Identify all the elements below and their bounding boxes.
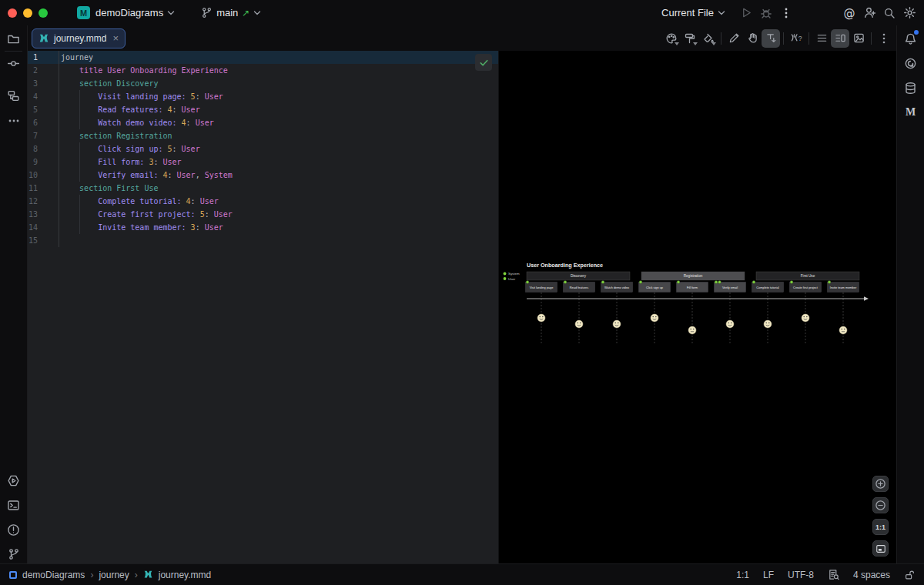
code-line[interactable]: 7 section Registration: [28, 129, 498, 142]
zoom-in-button[interactable]: [872, 476, 889, 492]
zoom-button[interactable]: [38, 8, 48, 18]
vcs-widget[interactable]: main ↗: [201, 7, 261, 18]
project-toolwindow-button[interactable]: [4, 28, 24, 48]
settings-button[interactable]: [899, 3, 919, 23]
editor-tab-journey-mmd[interactable]: journey.mmd ×: [32, 28, 126, 48]
code-line[interactable]: 2 title User Onboarding Experience: [28, 64, 498, 77]
export-button[interactable]: [762, 29, 780, 48]
theme-palette-button[interactable]: [662, 29, 681, 48]
actual-size-label: 1:1: [875, 523, 886, 531]
preview-only-view-button[interactable]: [849, 29, 868, 48]
fill-color-button[interactable]: [699, 29, 718, 48]
section-label: Discovery: [571, 274, 587, 278]
code-text: Watch demo video: 4: User: [59, 116, 498, 129]
run-config-name: Current File: [661, 7, 714, 18]
code-line[interactable]: 15: [28, 234, 498, 247]
breadcrumb-project[interactable]: demoDiagrams: [22, 570, 85, 580]
caret-position-widget[interactable]: 1:1: [736, 570, 749, 580]
code-line[interactable]: 8 Click sign up: 5: User: [28, 142, 498, 155]
task-label: Click sign up: [646, 286, 663, 289]
paint-roller-icon: [684, 32, 696, 45]
encoding-widget[interactable]: UTF-8: [788, 570, 814, 580]
problems-icon: [7, 523, 20, 537]
mermaid-help-button[interactable]: ?: [787, 29, 805, 48]
git-toolwindow-button[interactable]: [4, 544, 24, 564]
code-text: [59, 234, 498, 247]
notifications-button[interactable]: [901, 28, 921, 48]
breadcrumb-folder[interactable]: journey: [99, 570, 129, 580]
project-widget[interactable]: demoDiagrams: [95, 7, 175, 18]
code-analysis-widget[interactable]: [828, 569, 839, 580]
ai-assistant-button[interactable]: @: [839, 3, 859, 23]
line-number: 13: [28, 208, 59, 221]
code-text: Visit landing page: 5: User: [59, 90, 498, 103]
code-line[interactable]: 9 Fill form: 3: User: [28, 155, 498, 169]
split-view-button[interactable]: [831, 29, 849, 48]
breadcrumb-file[interactable]: journey.mmd: [159, 570, 211, 580]
database-toolwindow-button[interactable]: [901, 78, 921, 98]
close-tab-icon[interactable]: ×: [112, 33, 119, 43]
line-separator-widget[interactable]: LF: [763, 570, 774, 580]
run-button[interactable]: [736, 3, 756, 23]
terminal-icon: [7, 499, 20, 512]
editor-only-view-button[interactable]: [812, 29, 831, 48]
commit-icon: [7, 57, 20, 70]
git-branch-icon: [8, 548, 20, 560]
indent-widget[interactable]: 4 spaces: [853, 570, 890, 580]
add-user-icon: [863, 6, 876, 19]
problems-toolwindow-button[interactable]: [4, 520, 24, 540]
more-toolwindows-button[interactable]: [4, 111, 24, 131]
code-line[interactable]: 1journey: [28, 51, 498, 64]
code-line[interactable]: 12 Complete tutorial: 4: User: [28, 195, 498, 208]
toolbar-more-button[interactable]: [875, 29, 893, 48]
code-editor[interactable]: 1journey2 title User Onboarding Experien…: [28, 51, 498, 563]
code-line[interactable]: 3 section Discovery: [28, 77, 498, 90]
inspections-widget[interactable]: [475, 54, 492, 71]
mermaid-m-icon: M: [906, 106, 916, 119]
file-lock-widget[interactable]: [904, 570, 915, 580]
code-line[interactable]: 11 section First Use: [28, 182, 498, 195]
code-line[interactable]: 4 Visit landing page: 5: User: [28, 90, 498, 103]
git-branch-icon: [201, 7, 213, 18]
code-line[interactable]: 10 Verify email: 4: User, System: [28, 169, 498, 182]
score-face: [537, 314, 545, 322]
mermaid-toolwindow-button[interactable]: M: [901, 102, 921, 122]
search-everywhere-button[interactable]: [879, 3, 899, 23]
actual-size-button[interactable]: 1:1: [872, 519, 889, 535]
task-label: Watch demo video: [604, 286, 629, 289]
edit-mode-button[interactable]: [725, 29, 743, 48]
line-number: 12: [28, 195, 59, 208]
terminal-toolwindow-button[interactable]: [4, 495, 24, 515]
debug-button[interactable]: [756, 3, 776, 23]
code-line[interactable]: 13 Create first project: 5: User: [28, 208, 498, 221]
code-line[interactable]: 6 Watch demo video: 4: User: [28, 116, 498, 129]
ai-assistant-toolwindow-button[interactable]: [901, 53, 921, 73]
breadcrumb-separator: ›: [135, 570, 138, 580]
run-config-selector[interactable]: Current File: [661, 7, 725, 18]
background-style-button[interactable]: [681, 29, 699, 48]
code-text: section Discovery: [59, 77, 498, 90]
code-with-me-button[interactable]: [859, 3, 879, 23]
notification-badge: [914, 30, 919, 35]
code-text: Click sign up: 5: User: [59, 142, 498, 155]
task-label: Verify email: [722, 286, 738, 289]
database-icon: [904, 82, 917, 95]
services-toolwindow-button[interactable]: [4, 470, 24, 490]
minimize-button[interactable]: [23, 8, 32, 18]
ai-assistant-icon: @: [844, 6, 855, 20]
editor-tab-bar: journey.mmd × ?: [28, 25, 896, 51]
line-number: 10: [28, 169, 59, 182]
code-line[interactable]: 5 Read features: 4: User: [28, 103, 498, 116]
fit-to-screen-button[interactable]: [872, 540, 889, 557]
score-face: [802, 314, 809, 322]
project-icon: M: [77, 6, 90, 19]
more-actions-button[interactable]: [776, 3, 796, 23]
commit-toolwindow-button[interactable]: [4, 53, 24, 73]
checkmark-icon: [479, 58, 489, 68]
structure-toolwindow-button[interactable]: [4, 85, 24, 105]
pan-mode-button[interactable]: [743, 29, 762, 48]
palette-icon: [665, 32, 678, 45]
code-line[interactable]: 14 Invite team member: 3: User: [28, 221, 498, 234]
close-button[interactable]: [8, 8, 17, 18]
zoom-out-button[interactable]: [872, 497, 889, 513]
